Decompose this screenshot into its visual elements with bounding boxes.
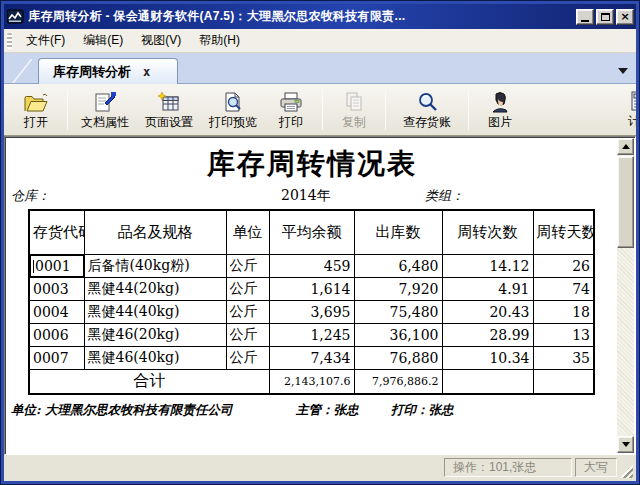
cell-turnover-days[interactable]: 18 bbox=[533, 300, 594, 323]
cell-name[interactable]: 黑健44(20kg) bbox=[84, 277, 226, 300]
cell-turnover-times[interactable]: 14.12 bbox=[442, 254, 533, 277]
cell-name[interactable]: 黑健46(20kg) bbox=[84, 323, 226, 346]
cell-turnover-times[interactable]: 20.43 bbox=[442, 300, 533, 323]
cell-unit[interactable]: 公斤 bbox=[226, 346, 269, 369]
toolbar-separator bbox=[468, 90, 469, 130]
minimize-button[interactable] bbox=[576, 9, 594, 25]
table-row: 0003 黑健44(20kg) 公斤 1,614 7,920 4.91 74 bbox=[29, 277, 594, 300]
cell-avg-balance[interactable]: 3,695 bbox=[269, 300, 354, 323]
down-arrow-icon bbox=[622, 442, 630, 447]
toolbar-label: 查存货账 bbox=[403, 114, 451, 131]
menu-grip[interactable] bbox=[7, 33, 12, 49]
toolbar-label: 复制 bbox=[342, 114, 366, 131]
col-header-unit: 单位 bbox=[226, 210, 269, 254]
tab-label: 库存周转分析 bbox=[53, 63, 131, 81]
toolbar-label: 图片 bbox=[488, 114, 512, 131]
report-title: 库存周转情况表 bbox=[9, 145, 615, 183]
table-row: 0007 黑健46(40kg) 公斤 7,434 76,880 10.34 35 bbox=[29, 346, 594, 369]
page-setup-icon bbox=[157, 89, 181, 113]
print-preview-icon bbox=[221, 89, 245, 113]
picture-button[interactable]: 图片 bbox=[474, 87, 526, 133]
cell-code[interactable]: 0006 bbox=[29, 323, 84, 346]
up-arrow-icon bbox=[622, 144, 630, 149]
col-header-code: 存货代码 bbox=[29, 210, 84, 254]
col-header-turnover-times: 周转次数 bbox=[442, 210, 533, 254]
tab-strip: 库存周转分析 x bbox=[4, 53, 636, 84]
cell-name[interactable]: 黑健44(40kg) bbox=[84, 300, 226, 323]
tab-inventory-turnover[interactable]: 库存周转分析 x bbox=[38, 58, 178, 84]
menu-view[interactable]: 视图(V) bbox=[132, 29, 190, 52]
page-setup-button[interactable]: 页面设置 bbox=[137, 87, 201, 133]
total-avg-balance: 2,143,107.6 bbox=[269, 369, 354, 394]
cell-name[interactable]: 后备情(40kg粉) bbox=[84, 254, 226, 277]
vertical-scrollbar[interactable] bbox=[617, 138, 634, 453]
search-inventory-account-button[interactable]: 查存货账 bbox=[391, 87, 463, 133]
status-bar: 操作：101,张忠 大写 bbox=[4, 455, 636, 481]
cell-code-focused[interactable]: 0001 bbox=[29, 254, 84, 277]
cell-turnover-times[interactable]: 4.91 bbox=[442, 277, 533, 300]
total-outbound: 7,976,886.2 bbox=[354, 369, 442, 394]
print-button[interactable]: 打印 bbox=[265, 87, 317, 133]
menu-help[interactable]: 帮助(H) bbox=[190, 29, 249, 52]
maximize-button[interactable] bbox=[596, 9, 614, 25]
cell-unit[interactable]: 公斤 bbox=[226, 277, 269, 300]
cell-turnover-days[interactable]: 26 bbox=[533, 254, 594, 277]
document-properties-icon bbox=[93, 89, 117, 113]
cell-turnover-times[interactable]: 10.34 bbox=[442, 346, 533, 369]
toolbar-label: 计算 bbox=[628, 113, 636, 130]
scroll-up-button[interactable] bbox=[617, 138, 634, 155]
cell-turnover-days[interactable]: 35 bbox=[533, 346, 594, 369]
cell-name[interactable]: 黑健46(40kg) bbox=[84, 346, 226, 369]
cell-code[interactable]: 0007 bbox=[29, 346, 84, 369]
cell-unit[interactable]: 公斤 bbox=[226, 300, 269, 323]
cell-turnover-times[interactable]: 28.99 bbox=[442, 323, 533, 346]
cell-outbound[interactable]: 76,880 bbox=[354, 346, 442, 369]
cell-outbound[interactable]: 6,480 bbox=[354, 254, 442, 277]
document-properties-button[interactable]: 文档属性 bbox=[73, 87, 137, 133]
cell-avg-balance[interactable]: 1,614 bbox=[269, 277, 354, 300]
scroll-down-button[interactable] bbox=[617, 436, 634, 453]
col-header-name: 品名及规格 bbox=[84, 210, 226, 254]
close-button[interactable]: × bbox=[616, 9, 634, 25]
cell-avg-balance[interactable]: 1,245 bbox=[269, 323, 354, 346]
toolbar-label: 文档属性 bbox=[81, 114, 129, 131]
cell-code[interactable]: 0004 bbox=[29, 300, 84, 323]
search-icon bbox=[415, 89, 439, 113]
copy-button[interactable]: 复制 bbox=[328, 87, 380, 133]
resize-grip[interactable] bbox=[620, 465, 633, 478]
menubar: 文件(F) 编辑(E) 视图(V) 帮助(H) bbox=[4, 29, 636, 53]
cell-code[interactable]: 0003 bbox=[29, 277, 84, 300]
cell-turnover-days[interactable]: 13 bbox=[533, 323, 594, 346]
total-empty bbox=[533, 369, 594, 394]
table-row: 0004 黑健44(40kg) 公斤 3,695 75,480 20.43 18 bbox=[29, 300, 594, 323]
cell-outbound[interactable]: 7,920 bbox=[354, 277, 442, 300]
cell-turnover-days[interactable]: 74 bbox=[533, 277, 594, 300]
open-folder-icon bbox=[23, 89, 49, 113]
toolbar-label: 打开 bbox=[24, 114, 48, 131]
table-header-row: 存货代码 品名及规格 单位 平均余额 出库数 周转次数 周转天数 bbox=[29, 210, 594, 254]
print-preview-button[interactable]: 打印预览 bbox=[201, 87, 265, 133]
report-page: 库存周转情况表 仓库： 2014年 类组： 存货代码 品名及规格 单位 平均余额 bbox=[9, 139, 615, 452]
toolbar-label: 打印 bbox=[279, 114, 303, 131]
toolbar-label: 打印预览 bbox=[209, 114, 257, 131]
tab-list-dropdown-icon[interactable] bbox=[618, 68, 628, 74]
table-row: 0001 后备情(40kg粉) 公斤 459 6,480 14.12 26 bbox=[29, 254, 594, 277]
menu-file[interactable]: 文件(F) bbox=[17, 29, 74, 52]
cell-outbound[interactable]: 36,100 bbox=[354, 323, 442, 346]
open-button[interactable]: 打开 bbox=[10, 87, 62, 133]
calculator-button[interactable]: 计算 bbox=[614, 86, 636, 132]
cell-outbound[interactable]: 75,480 bbox=[354, 300, 442, 323]
window-title: 库存周转分析 - 保会通财务软件(A7.5)：大理黑尔思农牧科技有限责... bbox=[28, 8, 572, 25]
printer-icon bbox=[278, 89, 304, 113]
group-label: 类组： bbox=[425, 187, 464, 205]
cell-avg-balance[interactable]: 459 bbox=[269, 254, 354, 277]
toolbar-separator bbox=[385, 90, 386, 130]
report-meta: 仓库： 2014年 类组： bbox=[9, 187, 615, 209]
menu-edit[interactable]: 编辑(E) bbox=[74, 29, 132, 52]
cell-unit[interactable]: 公斤 bbox=[226, 323, 269, 346]
cell-unit[interactable]: 公斤 bbox=[226, 254, 269, 277]
minimize-icon bbox=[581, 20, 589, 22]
tab-close-icon[interactable]: x bbox=[141, 65, 152, 79]
cell-avg-balance[interactable]: 7,434 bbox=[269, 346, 354, 369]
scrollbar-thumb[interactable] bbox=[617, 156, 634, 248]
